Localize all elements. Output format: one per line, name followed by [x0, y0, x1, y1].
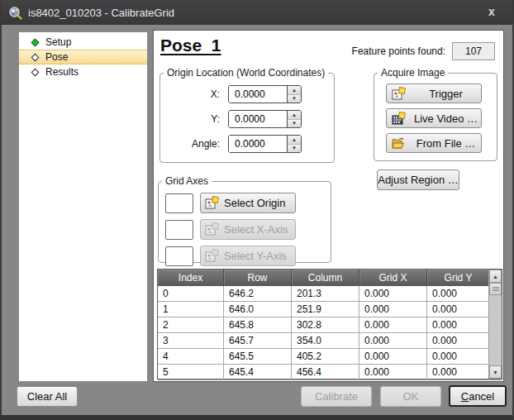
column-header-column: Column: [292, 270, 359, 286]
spin-up-icon[interactable]: ▲: [288, 111, 301, 120]
origin-axis-row: Select Origin: [165, 193, 331, 213]
sidebar-item-setup[interactable]: Setup: [19, 35, 147, 50]
cancel-label: ancel: [469, 390, 494, 403]
page-title: Pose 1: [160, 36, 221, 55]
table-row[interactable]: 4 645.5 405.2 0.000 0.000: [158, 349, 502, 365]
select-point-icon: [205, 222, 219, 236]
column-header-grid-x: Grid X: [359, 270, 427, 286]
scroll-up-icon[interactable]: ▲: [489, 270, 502, 283]
feature-points-value: 107: [452, 42, 495, 60]
y-axis-row: Select Y-Axis: [165, 246, 331, 266]
spin-up-icon[interactable]: ▲: [288, 136, 301, 145]
x-spinner: ▲ ▼: [287, 86, 301, 103]
title-bar[interactable]: is8402_010203 - CalibrateGrid x: [2, 0, 512, 25]
cancel-button[interactable]: Cancel: [449, 385, 507, 407]
clear-all-button[interactable]: Clear All: [17, 386, 78, 407]
x-axis-value-box[interactable]: [165, 220, 193, 240]
cell-grid-y: 0.000: [427, 365, 490, 379]
scrollbar-thumb[interactable]: [489, 283, 502, 295]
feature-points: Feature points found: 107: [352, 42, 495, 60]
window-title: is8402_010203 - CalibrateGrid: [28, 7, 174, 19]
y-spinbox: ▲ ▼: [228, 110, 302, 128]
spin-down-icon[interactable]: ▼: [288, 95, 301, 103]
select-point-icon: [205, 196, 219, 210]
adjust-region-label: Adjust Region …: [378, 174, 459, 186]
live-video-button[interactable]: Live Video …: [386, 108, 482, 128]
cell-row: 645.7: [224, 333, 292, 348]
origin-location-group: Origin Location (World Coordinates) X: ▲…: [159, 67, 335, 163]
x-row: X: ▲ ▼: [160, 85, 334, 103]
ok-button: OK: [380, 386, 441, 407]
table-row[interactable]: 0 646.2 201.3 0.000 0.000: [158, 286, 502, 302]
cell-column: 302.8: [292, 317, 359, 332]
cell-column: 201.3: [292, 286, 359, 301]
table-header: Index Row Column Grid X Grid Y: [158, 270, 502, 286]
cell-grid-x: 0.000: [359, 333, 427, 348]
cell-row: 645.4: [224, 365, 292, 379]
select-origin-button[interactable]: Select Origin: [200, 193, 296, 213]
column-header-row: Row: [224, 270, 292, 286]
angle-label: Angle:: [160, 138, 220, 150]
live-video-label: Live Video …: [411, 112, 481, 125]
scrollbar-track[interactable]: [489, 295, 502, 365]
table-row[interactable]: 1 646.0 251.9 0.000 0.000: [158, 302, 502, 317]
from-file-button[interactable]: From File …: [386, 133, 482, 153]
y-field[interactable]: [229, 111, 287, 127]
cell-index: 3: [158, 333, 224, 348]
cell-grid-x: 0.000: [359, 302, 427, 317]
select-x-axis-button: Select X-Axis: [200, 219, 296, 240]
x-spinbox: ▲ ▼: [228, 85, 302, 103]
pose-panel: Pose 1 Feature points found: 107 Origin …: [153, 30, 504, 382]
cell-row: 646.0: [224, 302, 292, 317]
feature-points-table: Index Row Column Grid X Grid Y 0 646.2 2…: [157, 269, 502, 379]
sidebar-item-label: Pose: [45, 51, 68, 63]
cell-column: 405.2: [292, 349, 359, 364]
hollow-diamond-icon: [31, 53, 40, 61]
calibrate-label: Calibrate: [315, 390, 358, 403]
acquire-image-legend: Acquire Image: [378, 67, 448, 79]
select-origin-label: Select Origin: [224, 197, 285, 209]
cell-index: 2: [158, 317, 224, 332]
acquire-image-group: Acquire Image Trigger Live V: [374, 67, 497, 161]
clear-all-label: Clear All: [27, 390, 67, 403]
sidebar-item-results[interactable]: Results: [19, 64, 147, 79]
ok-label: OK: [403, 390, 419, 403]
spin-down-icon[interactable]: ▼: [288, 120, 301, 128]
y-axis-value-box[interactable]: [165, 246, 193, 266]
cell-grid-x: 0.000: [359, 365, 427, 379]
column-header-grid-y: Grid Y: [427, 270, 490, 286]
cell-index: 4: [158, 349, 224, 364]
x-field[interactable]: [229, 86, 287, 103]
hollow-diamond-icon: [31, 68, 40, 76]
sidebar-item-pose[interactable]: Pose: [19, 50, 147, 64]
origin-value-box[interactable]: [165, 193, 193, 213]
y-label: Y:: [160, 113, 220, 125]
x-axis-row: Select X-Axis: [165, 219, 331, 240]
calibrate-grid-app-icon: [8, 6, 22, 20]
table-row[interactable]: 5 645.4 456.4 0.000 0.000: [158, 365, 502, 380]
spin-down-icon[interactable]: ▼: [288, 145, 301, 153]
cancel-label-underline: C: [461, 390, 469, 403]
x-label: X:: [160, 88, 220, 100]
table-row[interactable]: 3 645.7 354.0 0.000 0.000: [158, 333, 502, 349]
trigger-button[interactable]: Trigger: [386, 84, 482, 103]
adjust-region-button[interactable]: Adjust Region …: [377, 169, 459, 190]
spin-up-icon[interactable]: ▲: [288, 86, 301, 95]
camera-trigger-icon: [392, 87, 406, 101]
select-y-axis-label: Select Y-Axis: [224, 250, 287, 262]
close-icon[interactable]: x: [476, 0, 507, 23]
cell-column: 456.4: [292, 365, 359, 379]
cell-index: 0: [158, 286, 224, 301]
cell-grid-y: 0.000: [427, 349, 490, 364]
angle-field[interactable]: [229, 136, 287, 152]
calibrate-button: Calibrate: [301, 386, 372, 407]
origin-location-legend: Origin Location (World Coordinates): [164, 67, 328, 79]
table-row[interactable]: 2 645.8 302.8 0.000 0.000: [158, 317, 502, 333]
table-vertical-scrollbar[interactable]: ▲ ▼: [488, 270, 502, 379]
y-spinner: ▲ ▼: [287, 111, 301, 127]
angle-spinner: ▲ ▼: [287, 136, 301, 152]
green-diamond-icon: [31, 38, 40, 46]
open-folder-icon: [392, 136, 406, 150]
scroll-down-icon[interactable]: ▼: [489, 365, 502, 379]
cell-grid-x: 0.000: [359, 317, 427, 332]
